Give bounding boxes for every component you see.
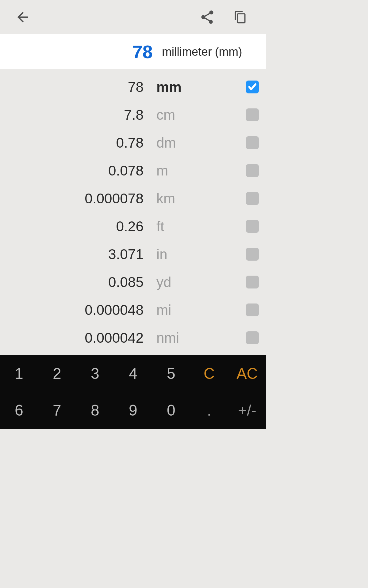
results-list: 78mm7.8cm0.78dm0.078m0.000078km0.26ft3.0… <box>0 70 266 355</box>
unit-check-wrap <box>239 276 266 288</box>
unit-check-wrap <box>239 164 266 177</box>
unit-value: 78 <box>0 79 156 95</box>
unit-label: in <box>156 246 239 262</box>
input-unit-label: millimeter (mm) <box>162 45 242 58</box>
input-value: 78 <box>0 41 162 62</box>
unit-check-wrap <box>239 248 266 261</box>
unit-check-wrap <box>239 81 266 93</box>
key-9[interactable]: 9 <box>114 392 152 429</box>
unit-check-wrap <box>239 331 266 344</box>
unit-checkbox[interactable] <box>246 276 259 288</box>
input-bar[interactable]: 78 millimeter (mm) <box>0 34 266 70</box>
unit-label: mi <box>156 302 239 318</box>
unit-label: cm <box>156 107 239 123</box>
unit-label: ft <box>156 218 239 235</box>
unit-row-nmi[interactable]: 0.000042nmi <box>0 324 266 352</box>
key-0[interactable]: 0 <box>152 392 190 429</box>
keypad: 12345CAC67890.+/- <box>0 355 266 429</box>
unit-checkbox[interactable] <box>246 192 259 205</box>
unit-value: 0.085 <box>0 274 156 290</box>
unit-label: m <box>156 162 239 179</box>
unit-check-wrap <box>239 192 266 205</box>
share-button[interactable] <box>191 0 224 34</box>
unit-row-cm[interactable]: 7.8cm <box>0 101 266 129</box>
unit-value: 7.8 <box>0 107 156 123</box>
back-button[interactable] <box>6 0 39 34</box>
unit-check-wrap <box>239 220 266 233</box>
unit-label: km <box>156 190 239 207</box>
unit-check-wrap <box>239 303 266 316</box>
unit-check-wrap <box>239 108 266 121</box>
unit-checkbox[interactable] <box>246 220 259 233</box>
share-icon <box>199 9 215 25</box>
key-2[interactable]: 2 <box>38 355 76 392</box>
unit-row-mm[interactable]: 78mm <box>0 73 266 101</box>
copy-icon <box>234 9 247 25</box>
key-6[interactable]: 6 <box>0 392 38 429</box>
unit-value: 0.000048 <box>0 302 156 318</box>
unit-checkbox[interactable] <box>246 164 259 177</box>
unit-value: 3.071 <box>0 246 156 262</box>
unit-row-in[interactable]: 3.071in <box>0 240 266 268</box>
unit-row-mi[interactable]: 0.000048mi <box>0 296 266 324</box>
unit-row-m[interactable]: 0.078m <box>0 156 266 184</box>
key-5[interactable]: 5 <box>152 355 190 392</box>
unit-value: 0.078 <box>0 162 156 179</box>
key-8[interactable]: 8 <box>76 392 114 429</box>
unit-checkbox[interactable] <box>246 248 259 261</box>
check-icon <box>248 82 257 92</box>
key-3[interactable]: 3 <box>76 355 114 392</box>
unit-checkbox[interactable] <box>246 81 259 93</box>
unit-row-ft[interactable]: 0.26ft <box>0 212 266 240</box>
unit-label: dm <box>156 134 239 151</box>
unit-value: 0.78 <box>0 134 156 151</box>
key-ac[interactable]: AC <box>228 355 266 392</box>
unit-checkbox[interactable] <box>246 303 259 316</box>
unit-value: 0.000042 <box>0 330 156 346</box>
unit-row-km[interactable]: 0.000078km <box>0 184 266 212</box>
key-4[interactable]: 4 <box>114 355 152 392</box>
unit-checkbox[interactable] <box>246 331 259 344</box>
arrow-left-icon <box>15 9 31 25</box>
unit-label: nmi <box>156 330 239 346</box>
unit-checkbox[interactable] <box>246 136 259 149</box>
unit-label: mm <box>156 79 239 95</box>
unit-value: 0.000078 <box>0 190 156 207</box>
unit-check-wrap <box>239 136 266 149</box>
key-7[interactable]: 7 <box>38 392 76 429</box>
unit-row-dm[interactable]: 0.78dm <box>0 129 266 156</box>
key-c[interactable]: C <box>190 355 228 392</box>
key-dot[interactable]: . <box>190 392 228 429</box>
unit-checkbox[interactable] <box>246 108 259 121</box>
unit-value: 0.26 <box>0 218 156 235</box>
copy-button[interactable] <box>224 0 257 34</box>
unit-row-yd[interactable]: 0.085yd <box>0 268 266 296</box>
unit-label: yd <box>156 274 239 290</box>
app-header <box>0 0 266 34</box>
key-1[interactable]: 1 <box>0 355 38 392</box>
key-sign[interactable]: +/- <box>228 392 266 429</box>
